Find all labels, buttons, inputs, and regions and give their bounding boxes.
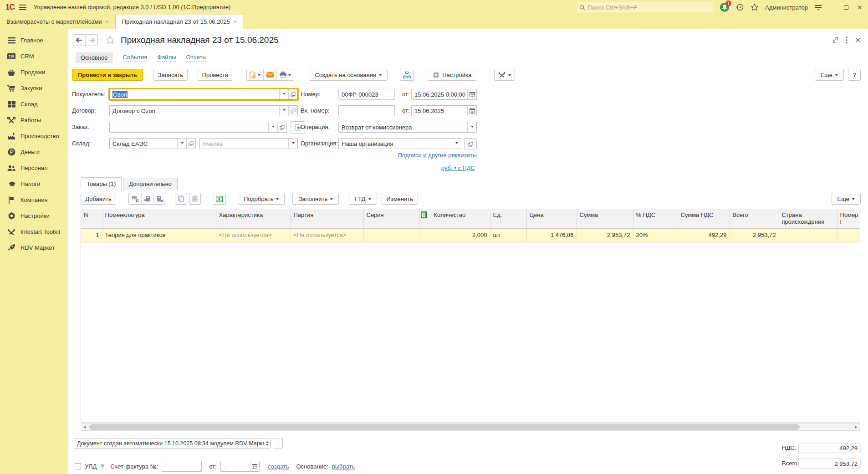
- sidebar-item-taxes[interactable]: Налоги: [0, 176, 68, 192]
- sidebar-item-warehouse[interactable]: Склад: [0, 96, 68, 112]
- warehouse-dropdown-icon[interactable]: [177, 139, 186, 149]
- order-field[interactable]: [109, 122, 287, 133]
- nav-tab-files[interactable]: Файлы: [157, 54, 176, 62]
- settings-button[interactable]: Настройка: [427, 69, 477, 81]
- global-search[interactable]: [577, 2, 713, 12]
- kebab-menu-icon[interactable]: [846, 36, 848, 44]
- sidebar-item-rdv-market[interactable]: RDV Маркет: [0, 240, 68, 256]
- new-document-icon[interactable]: [247, 69, 264, 80]
- comment-field[interactable]: Документ создан автоматически 15.10.2025…: [74, 438, 271, 448]
- invoice-number-field[interactable]: [162, 461, 202, 472]
- scroll-left-icon[interactable]: ◄: [81, 424, 88, 430]
- choose-basis-link[interactable]: выбрать: [332, 463, 355, 470]
- currency-vat-link[interactable]: руб. • с НДС: [441, 165, 475, 171]
- organization-dropdown-icon[interactable]: [452, 139, 461, 149]
- calendar-icon[interactable]: [467, 89, 476, 99]
- organization-open-button[interactable]: [464, 138, 477, 150]
- edit-row-button[interactable]: Изменить: [382, 193, 418, 205]
- service-tools-button[interactable]: [494, 69, 515, 81]
- close-window-button[interactable]: ✕: [856, 4, 863, 11]
- sidebar-item-money[interactable]: Деньги: [0, 144, 68, 160]
- terminal-upload-icon[interactable]: [142, 193, 154, 204]
- favorite-star-icon[interactable]: [105, 35, 115, 45]
- cell-input[interactable]: [203, 140, 286, 147]
- order-open-icon[interactable]: [277, 122, 286, 132]
- cell-nomenclature[interactable]: Теория для практиков: [102, 228, 216, 242]
- sidebar-item-company[interactable]: Компания: [0, 192, 68, 208]
- incoming-date-field[interactable]: 15.06.2025: [411, 105, 477, 116]
- sidebar-item-main[interactable]: Главное: [0, 32, 68, 48]
- scrollbar-thumb[interactable]: [89, 424, 800, 430]
- cell-total[interactable]: 2 953,72: [730, 228, 779, 242]
- sidebar-item-settings[interactable]: Настройки: [0, 208, 68, 224]
- buyer-open-icon[interactable]: [288, 89, 297, 99]
- terminal-download-icon[interactable]: [154, 193, 166, 204]
- incoming-number-field[interactable]: [338, 105, 395, 116]
- barcode-scanner-icon[interactable]: [129, 193, 142, 204]
- history-icon[interactable]: [736, 3, 744, 11]
- nav-tab-events[interactable]: События: [123, 54, 148, 62]
- close-tab-icon[interactable]: ×: [106, 19, 109, 25]
- contract-dropdown-icon[interactable]: [279, 106, 288, 116]
- contract-field[interactable]: Договор с Ozon: [109, 105, 298, 116]
- cell-vat-sum[interactable]: 492,29: [678, 228, 730, 242]
- sidebar-item-infostart-toolkit[interactable]: Infostart Toolkit: [0, 224, 68, 240]
- favorites-star-icon[interactable]: [751, 3, 759, 11]
- cell-batch[interactable]: <Не используется>: [291, 228, 363, 242]
- operation-field[interactable]: Возврат от комиссионера: [338, 122, 477, 133]
- create-based-on-button[interactable]: Создать на основании: [309, 69, 388, 81]
- email-icon[interactable]: [264, 69, 277, 80]
- contract-open-icon[interactable]: [288, 106, 297, 116]
- number-field[interactable]: 00ФР-000023: [338, 89, 395, 100]
- cell-sum[interactable]: 2 953,72: [577, 228, 633, 242]
- cell-country[interactable]: [779, 228, 837, 242]
- notifications-bell-icon[interactable]: 1: [720, 2, 730, 12]
- back-button[interactable]: [73, 35, 86, 46]
- upd-help-link[interactable]: ?: [100, 463, 104, 470]
- row-height-icon-button[interactable]: [213, 193, 226, 205]
- post-and-close-button[interactable]: Провести и закрыть: [72, 69, 143, 81]
- cell-series[interactable]: [363, 228, 419, 242]
- buyer-field[interactable]: Ozon: [109, 89, 298, 100]
- print-icon[interactable]: [277, 69, 294, 80]
- date-field[interactable]: 15.06.2025 0:00:00: [411, 89, 477, 100]
- calendar-icon[interactable]: [250, 461, 259, 471]
- pick-button[interactable]: Подобрать: [238, 193, 285, 205]
- cell-marking[interactable]: [419, 228, 431, 242]
- operation-dropdown-icon[interactable]: [467, 122, 476, 132]
- cell-quantity[interactable]: 2,000: [431, 228, 490, 242]
- cell-price[interactable]: 1 476,86: [526, 228, 577, 242]
- gtd-button[interactable]: ГТД: [349, 193, 377, 205]
- invoice-date-field[interactable]: . .: [220, 461, 260, 472]
- close-form-icon[interactable]: ✕: [855, 36, 861, 44]
- window-tab-invoice[interactable]: Приходная накладная 23 от 15.06.2025 ×: [116, 15, 244, 29]
- horizontal-scrollbar[interactable]: ◄ ►: [81, 423, 860, 431]
- order-dropdown-icon[interactable]: [268, 122, 277, 132]
- table-row[interactable]: 1 Теория для практиков <Не используется>…: [81, 228, 860, 242]
- sidebar-item-production[interactable]: Производство: [0, 128, 68, 144]
- service-menu-icon[interactable]: [814, 4, 822, 11]
- cell-field[interactable]: [199, 138, 298, 149]
- structure-icon-button[interactable]: [400, 69, 414, 81]
- invoice-number-input[interactable]: [165, 463, 199, 470]
- main-menu-icon[interactable]: [19, 5, 26, 10]
- search-input[interactable]: [587, 4, 710, 11]
- cell-dropdown-icon[interactable]: [288, 139, 297, 149]
- nav-tab-reports[interactable]: Отчеты: [186, 54, 207, 62]
- comment-spinner[interactable]: [264, 438, 270, 448]
- sidebar-item-staff[interactable]: Персонал: [0, 160, 68, 176]
- create-invoice-link[interactable]: создать: [268, 463, 289, 470]
- scroll-right-icon[interactable]: ►: [853, 424, 860, 430]
- sidebar-item-sales[interactable]: Продажи: [0, 64, 68, 80]
- post-button[interactable]: Провести: [198, 69, 232, 81]
- organization-field[interactable]: Наша организация: [338, 138, 461, 149]
- maximize-button[interactable]: [842, 4, 850, 11]
- sidebar-item-crm[interactable]: CRM: [0, 48, 68, 64]
- paste-rows-button[interactable]: [189, 193, 201, 205]
- table-more-button[interactable]: Еще: [832, 193, 861, 205]
- calendar-icon[interactable]: [467, 106, 476, 116]
- help-button[interactable]: ?: [848, 69, 861, 81]
- more-button[interactable]: Еще: [815, 69, 844, 81]
- cell-vat-percent[interactable]: 20%: [633, 228, 678, 242]
- sidebar-item-purchases[interactable]: Закупки: [0, 80, 68, 96]
